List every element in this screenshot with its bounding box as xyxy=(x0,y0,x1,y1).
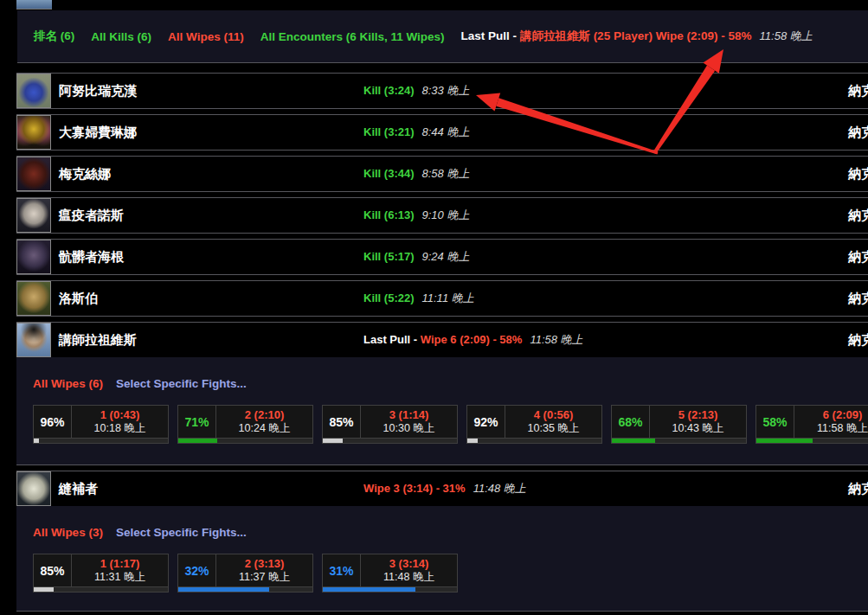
zone-label: 納克薩瑪斯 xyxy=(848,323,868,357)
boss-name: 阿努比瑞克漢 xyxy=(59,74,137,108)
boss-name: 縫補者 xyxy=(59,471,98,506)
boss-name: 骯髒者海根 xyxy=(59,240,124,274)
boss-name: 講師拉祖維斯 xyxy=(59,323,137,357)
fight-status: Kill (3:21)8:44 晚上 xyxy=(363,115,469,150)
pull-progress-bar xyxy=(466,439,602,444)
fight-status: Kill (6:13)9:10 晚上 xyxy=(363,198,469,233)
encounter-row-anubrekhan[interactable]: 阿努比瑞克漢 Kill (3:24)8:33 晚上 納克薩瑪斯 xyxy=(16,73,868,109)
pull-box-2[interactable]: 32%2 (3:13)11:37 晚上 xyxy=(177,554,313,593)
fight-status: Kill (5:17)9:24 晚上 xyxy=(363,240,469,274)
filter-all-wipes[interactable]: All Wipes (11) xyxy=(168,30,244,43)
pull-progress-bar xyxy=(33,439,169,444)
boss-name: 洛斯伯 xyxy=(59,281,98,316)
pull-progress-bar xyxy=(322,439,458,444)
select-specific-fights-link[interactable]: Select Specific Fights... xyxy=(116,377,247,390)
pull-progress-bar xyxy=(177,587,313,593)
zone-label: 納克薩瑪斯 xyxy=(848,471,868,506)
encounter-row-heigan[interactable]: 骯髒者海根 Kill (5:17)9:24 晚上 納克薩瑪斯 xyxy=(16,239,868,275)
boss-avatar-patchwerk xyxy=(16,471,51,506)
pull-list: 96%1 (0:43)10:18 晚上 71%2 (2:10)10:24 晚上 … xyxy=(16,390,868,444)
fight-status: Kill (5:22)11:11 晚上 xyxy=(363,281,474,316)
encounter-row-loatheb[interactable]: 洛斯伯 Kill (5:22)11:11 晚上 納克薩瑪斯 xyxy=(16,280,868,317)
pull-box-3[interactable]: 85%3 (1:14)10:30 晚上 xyxy=(322,405,458,444)
report-fight-list: 排名 (6) All Kills (6) All Wipes (11) All … xyxy=(16,0,868,615)
pull-box-1[interactable]: 96%1 (0:43)10:18 晚上 xyxy=(33,405,169,444)
fight-time: 9:10 晚上 xyxy=(422,208,470,221)
pull-box-2[interactable]: 71%2 (2:10)10:24 晚上 xyxy=(177,405,313,444)
zone-label: 納克薩瑪斯 xyxy=(848,115,868,150)
pull-box-1[interactable]: 85%1 (1:17)11:31 晚上 xyxy=(33,554,169,593)
filter-rankings[interactable]: 排名 (6) xyxy=(34,29,74,44)
fight-filter-bar: 排名 (6) All Kills (6) All Wipes (11) All … xyxy=(17,10,868,63)
last-pull-detail: 講師拉祖維斯 (25 Player) Wipe (2:09) - 58% xyxy=(520,29,752,42)
encounter-row-maexxna[interactable]: 梅克絲娜 Kill (3:44)8:58 晚上 納克薩瑪斯 xyxy=(16,156,868,192)
all-wipes-link[interactable]: All Wipes (3) xyxy=(33,526,103,539)
zone-label: 納克薩瑪斯 xyxy=(848,281,868,316)
patchwerk-pulls-panel: All Wipes (3) Select Specific Fights... … xyxy=(16,506,868,612)
pull-box-5[interactable]: 68%5 (2:13)10:43 晚上 xyxy=(611,405,747,444)
pull-progress-bar xyxy=(322,587,458,593)
fight-time: 9:24 晚上 xyxy=(422,250,470,263)
fight-time: 8:33 晚上 xyxy=(422,84,470,97)
boss-avatar-noth xyxy=(16,198,51,233)
boss-avatar-anubrekhan xyxy=(16,74,51,108)
filter-last-pull[interactable]: Last Pull - 講師拉祖維斯 (25 Player) Wipe (2:0… xyxy=(461,29,813,44)
pull-box-6[interactable]: 58%6 (2:09)11:58 晚上 xyxy=(755,405,868,444)
fight-time: 8:44 晚上 xyxy=(422,125,470,138)
encounter-group-patchwerk: 縫補者 Wipe 3 (3:14) - 31%11:48 晚上 納克薩瑪斯 Al… xyxy=(16,471,868,612)
boss-avatar-maexxna xyxy=(16,157,51,191)
zone-label: 納克薩瑪斯 xyxy=(848,198,868,233)
pull-progress-bar xyxy=(33,587,169,593)
pull-box-3[interactable]: 31%3 (3:14)11:48 晚上 xyxy=(322,554,458,593)
filter-all-kills[interactable]: All Kills (6) xyxy=(91,30,151,43)
boss-avatar-heigan xyxy=(16,240,51,274)
filter-all-encounters[interactable]: All Encounters (6 Kills, 11 Wipes) xyxy=(260,30,445,43)
encounter-row-faerlina[interactable]: 大寡婦費琳娜 Kill (3:21)8:44 晚上 納克薩瑪斯 xyxy=(16,114,868,151)
boss-name: 大寡婦費琳娜 xyxy=(59,115,137,150)
encounter-row-patchwerk[interactable]: 縫補者 Wipe 3 (3:14) - 31%11:48 晚上 納克薩瑪斯 xyxy=(16,471,868,506)
boss-name: 梅克絲娜 xyxy=(59,157,111,191)
last-pull-prefix: Last Pull - xyxy=(461,29,520,42)
fight-time: 11:58 晚上 xyxy=(530,333,582,346)
previous-boss-avatar-partial xyxy=(16,0,52,10)
boss-avatar-razuvious xyxy=(16,323,51,357)
razuvious-pulls-panel: All Wipes (6) Select Specific Fights... … xyxy=(16,357,868,465)
zone-label: 納克薩瑪斯 xyxy=(848,240,868,274)
fight-time: 11:11 晚上 xyxy=(422,291,474,304)
encounter-row-noth[interactable]: 瘟疫者諾斯 Kill (6:13)9:10 晚上 納克薩瑪斯 xyxy=(16,197,868,234)
pull-progress-bar xyxy=(611,439,747,444)
select-specific-fights-link[interactable]: Select Specific Fights... xyxy=(116,526,247,539)
boss-avatar-loatheb xyxy=(16,281,51,316)
fight-time: 11:48 晚上 xyxy=(473,482,526,495)
zone-label: 納克薩瑪斯 xyxy=(848,157,868,191)
pull-list: 85%1 (1:17)11:31 晚上 32%2 (3:13)11:37 晚上 … xyxy=(16,539,868,593)
encounter-group-razuvious: 講師拉祖維斯 Last Pull - Wipe 6 (2:09) - 58%11… xyxy=(16,322,868,465)
boss-name: 瘟疫者諾斯 xyxy=(59,198,124,233)
pull-progress-bar xyxy=(755,439,868,444)
encounter-row-razuvious[interactable]: 講師拉祖維斯 Last Pull - Wipe 6 (2:09) - 58%11… xyxy=(16,323,868,357)
zone-label: 納克薩瑪斯 xyxy=(848,74,868,108)
all-wipes-link[interactable]: All Wipes (6) xyxy=(33,377,103,390)
boss-avatar-faerlina xyxy=(16,115,51,150)
last-pull-time: 11:58 晚上 xyxy=(760,29,813,42)
fight-status: Wipe 3 (3:14) - 31%11:48 晚上 xyxy=(363,471,526,506)
pull-progress-bar xyxy=(177,439,313,444)
pull-box-4[interactable]: 92%4 (0:56)10:35 晚上 xyxy=(466,405,602,444)
fight-status: Kill (3:24)8:33 晚上 xyxy=(363,74,469,108)
fight-status: Kill (3:44)8:58 晚上 xyxy=(363,157,469,191)
fight-status: Last Pull - Wipe 6 (2:09) - 58%11:58 晚上 xyxy=(363,323,583,357)
fight-time: 8:58 晚上 xyxy=(422,167,470,180)
